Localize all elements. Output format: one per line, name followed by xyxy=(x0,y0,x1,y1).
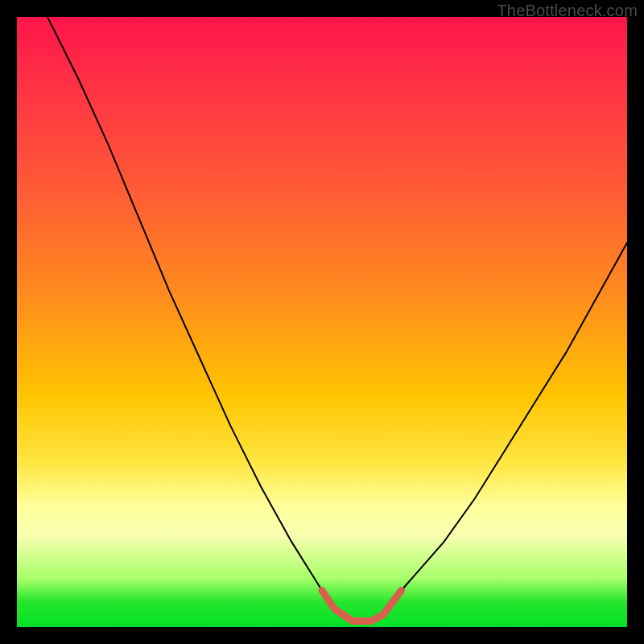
bottleneck-curve xyxy=(47,17,627,621)
chart-frame: TheBottleneck.com xyxy=(0,0,644,644)
watermark-text: TheBottleneck.com xyxy=(497,2,638,20)
bottleneck-highlight xyxy=(322,591,402,621)
chart-svg xyxy=(17,17,627,627)
plot-area xyxy=(17,17,627,627)
